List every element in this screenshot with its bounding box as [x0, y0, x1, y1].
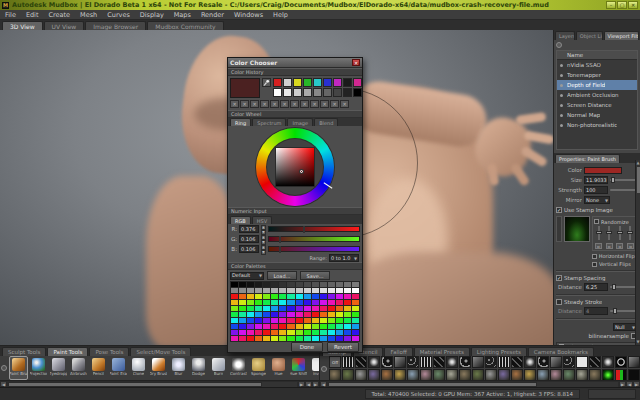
tab-sculpt-tools[interactable]: Sculpt Tools	[2, 347, 46, 356]
palette-swatch[interactable]	[287, 318, 294, 323]
palette-swatch[interactable]	[271, 300, 278, 305]
menu-edit[interactable]: Edit	[21, 11, 44, 19]
stamp-thumbnail[interactable]	[498, 356, 510, 368]
palette-swatch[interactable]	[263, 288, 270, 293]
tab-uv-view[interactable]: UV View	[44, 21, 85, 30]
history-slot[interactable]: ✕	[280, 100, 289, 108]
tab-select-move-tools[interactable]: Select/Move Tools	[130, 347, 191, 356]
title-bar[interactable]: M Autodesk Mudbox | El Dorado Beta 1 x64…	[0, 0, 640, 10]
tray-options-icon[interactable]	[1, 365, 7, 371]
properties-scrollbar[interactable]: ▲ ▼	[635, 160, 640, 345]
palette-swatch[interactable]	[296, 282, 303, 287]
scrollbar-thumb[interactable]	[637, 167, 640, 193]
revert-button[interactable]: Revert	[327, 342, 359, 352]
stamp-thumbnail[interactable]	[602, 356, 614, 368]
stamp-thumbnail[interactable]	[628, 356, 640, 368]
palette-swatch[interactable]	[344, 294, 351, 299]
palette-swatch[interactable]	[255, 336, 262, 341]
palette-swatch[interactable]	[263, 324, 270, 329]
current-color-swatch[interactable]	[230, 78, 260, 98]
stamp-thumbnail[interactable]	[524, 356, 536, 368]
preset-color-swatch[interactable]	[283, 88, 292, 97]
palette-swatch[interactable]	[336, 282, 343, 287]
preset-color-swatch[interactable]	[273, 78, 282, 87]
palette-swatch[interactable]	[320, 282, 327, 287]
palette-swatch[interactable]	[239, 324, 246, 329]
stamp-thumbnail[interactable]	[368, 369, 380, 380]
palette-swatch[interactable]	[239, 294, 246, 299]
saturation-value-square[interactable]	[275, 147, 315, 187]
history-slot[interactable]: ✕	[320, 100, 329, 108]
tool-burn[interactable]: Burn	[209, 356, 228, 380]
palette-swatch[interactable]	[312, 300, 319, 305]
tab-falloff[interactable]: Falloff	[384, 347, 412, 356]
palette-swatch[interactable]	[239, 336, 246, 341]
palette-swatch[interactable]	[304, 282, 311, 287]
palette-swatch[interactable]	[296, 330, 303, 335]
tool-dodge[interactable]: Dodge	[189, 356, 208, 380]
stamp-thumbnail[interactable]	[485, 369, 497, 380]
scroll-up-icon[interactable]: ▲	[636, 160, 639, 166]
filter-visibility-icon[interactable]	[560, 114, 563, 117]
stamp-spacing-checkbox[interactable]: ✓	[556, 275, 562, 281]
stamp-thumbnail[interactable]	[420, 369, 432, 380]
palette-swatch[interactable]	[336, 330, 343, 335]
palette-swatch[interactable]	[328, 294, 335, 299]
stamp-thumbnail[interactable]	[537, 369, 549, 380]
palette-swatch[interactable]	[304, 312, 311, 317]
filter-visibility-icon[interactable]	[560, 124, 563, 127]
stamp-thumbnail[interactable]	[498, 369, 510, 380]
history-slot[interactable]: ✕	[340, 100, 349, 108]
stamp-thumbnail[interactable]	[485, 356, 497, 368]
palette-swatch[interactable]	[279, 336, 286, 341]
palette-swatch[interactable]	[328, 324, 335, 329]
stamp-thumbnail[interactable]	[615, 356, 627, 368]
scroll-left-icon[interactable]: ◀	[305, 381, 312, 387]
preset-color-swatch[interactable]	[343, 78, 352, 87]
palette-swatch[interactable]	[247, 306, 254, 311]
stamp-thumbnail[interactable]	[433, 369, 445, 380]
scroll-left-icon[interactable]: ◀	[320, 381, 327, 387]
palette-swatch[interactable]	[296, 324, 303, 329]
tab-blend[interactable]: Blend	[314, 118, 338, 126]
palette-swatch[interactable]	[231, 318, 238, 323]
tool-airbrush[interactable]: Airbrush	[69, 356, 88, 380]
palette-swatch[interactable]	[247, 312, 254, 317]
stamp-thumbnail[interactable]	[394, 369, 406, 380]
stamp-thumbnail[interactable]	[433, 356, 445, 368]
channel-value-field[interactable]: 0.106	[239, 235, 259, 243]
palette-swatch[interactable]	[263, 336, 270, 341]
randomize-slider[interactable]	[598, 226, 600, 240]
palette-swatch[interactable]	[344, 312, 351, 317]
palette-swatch[interactable]	[271, 330, 278, 335]
palette-swatch[interactable]	[231, 300, 238, 305]
filter-visibility-icon[interactable]	[560, 64, 563, 67]
palette-swatch[interactable]	[287, 300, 294, 305]
palette-swatch[interactable]	[263, 306, 270, 311]
palette-swatch[interactable]	[344, 300, 351, 305]
palette-swatch[interactable]	[344, 330, 351, 335]
palette-swatch[interactable]	[247, 318, 254, 323]
palette-swatch[interactable]	[344, 282, 351, 287]
stamp-thumbnail[interactable]	[472, 369, 484, 380]
palette-swatch[interactable]	[239, 330, 246, 335]
preset-color-swatch[interactable]	[293, 88, 302, 97]
palette-swatch[interactable]	[271, 336, 278, 341]
tab-spectrum[interactable]: Spectrum	[252, 118, 286, 126]
slider-knob[interactable]	[627, 231, 633, 234]
palette-swatch[interactable]	[328, 318, 335, 323]
palette-swatch[interactable]	[312, 336, 319, 341]
stamp-thumbnail[interactable]	[407, 369, 419, 380]
randomize-slider[interactable]	[619, 226, 621, 240]
randomize-option-button[interactable]: ▫	[606, 243, 613, 249]
slider-handle[interactable]	[279, 236, 281, 243]
stamp-thumbnail[interactable]	[550, 369, 562, 380]
palette-swatch[interactable]	[231, 312, 238, 317]
horizontal-flips-checkbox[interactable]	[592, 254, 597, 259]
stamp-index-strip[interactable]	[556, 216, 562, 242]
scroll-right-icon[interactable]: ▶	[298, 381, 305, 387]
palette-swatch[interactable]	[336, 324, 343, 329]
palette-swatch[interactable]	[239, 300, 246, 305]
palette-swatch[interactable]	[312, 306, 319, 311]
palette-swatch[interactable]	[296, 336, 303, 341]
